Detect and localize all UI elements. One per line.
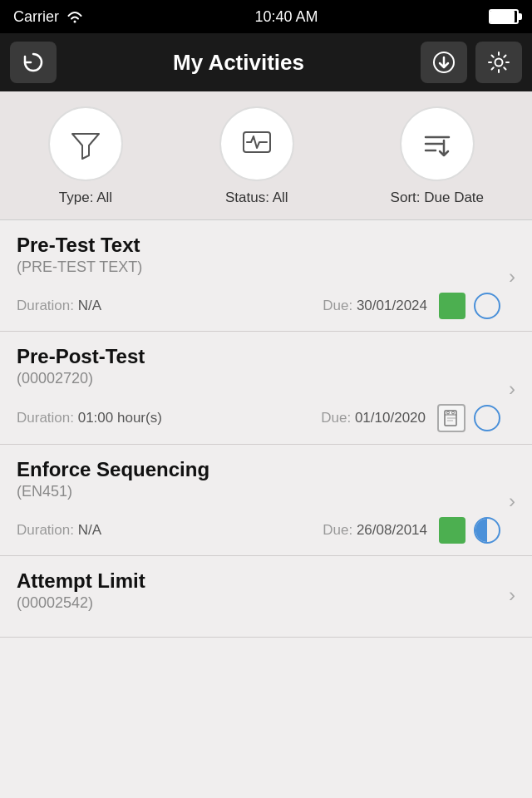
due-value: 01/10/2020 bbox=[355, 410, 426, 426]
download-button[interactable] bbox=[421, 42, 467, 83]
chevron-right-icon: › bbox=[500, 265, 515, 288]
activity-list: Pre-Test Text (PRE-TEST TEXT) Duration: … bbox=[0, 220, 532, 638]
duration-value: N/A bbox=[78, 522, 101, 539]
doc-status-icon bbox=[437, 404, 466, 432]
settings-button[interactable] bbox=[475, 42, 522, 83]
status-filter-label: Status: All bbox=[225, 190, 288, 206]
activity-item[interactable]: Pre-Post-Test (00002720) Duration: 01:00… bbox=[0, 332, 532, 445]
half-filled-circle-icon bbox=[474, 517, 500, 544]
battery-icon bbox=[489, 9, 519, 24]
refresh-icon bbox=[21, 50, 46, 75]
status-filter[interactable]: Status: All bbox=[219, 106, 294, 206]
due-value: 26/08/2014 bbox=[357, 522, 427, 539]
svg-point-1 bbox=[495, 59, 503, 66]
wifi-icon bbox=[66, 10, 84, 23]
green-status-icon bbox=[439, 517, 466, 544]
svg-point-4 bbox=[447, 411, 450, 414]
due-value: 30/01/2024 bbox=[357, 298, 427, 314]
duration-value: N/A bbox=[78, 298, 101, 314]
activity-code: (PRE-TEST TEXT) bbox=[17, 259, 500, 276]
refresh-button[interactable] bbox=[10, 42, 57, 83]
activity-name: Pre-Test Text bbox=[17, 234, 500, 257]
settings-icon bbox=[487, 51, 510, 74]
duration-label: Duration: bbox=[17, 410, 78, 426]
chevron-right-icon: › bbox=[500, 377, 515, 401]
sort-icon bbox=[419, 126, 456, 162]
activity-item[interactable]: Pre-Test Text (PRE-TEST TEXT) Duration: … bbox=[0, 220, 532, 332]
download-icon bbox=[432, 51, 456, 74]
monitor-icon bbox=[239, 126, 275, 162]
circle-status-icon bbox=[474, 293, 500, 319]
sort-filter[interactable]: Sort: Due Date bbox=[391, 106, 484, 206]
funnel-icon bbox=[67, 126, 104, 162]
due-label: Due: bbox=[323, 298, 357, 314]
due-label: Due: bbox=[323, 522, 357, 539]
activity-code: (00002720) bbox=[17, 370, 500, 387]
type-filter-icon bbox=[48, 106, 123, 181]
activity-code: (EN451) bbox=[17, 483, 500, 500]
sort-filter-label: Sort: Due Date bbox=[391, 190, 484, 206]
activity-meta: Duration: N/A Due: 26/08/2014 bbox=[17, 517, 500, 544]
carrier-label: Carrier bbox=[13, 8, 59, 26]
status-filter-icon bbox=[219, 106, 294, 181]
activity-item[interactable]: Enforce Sequencing (EN451) Duration: N/A… bbox=[0, 445, 532, 556]
status-bar-right bbox=[489, 9, 519, 24]
circle-status-icon bbox=[474, 405, 500, 431]
status-bar: Carrier 10:40 AM bbox=[0, 0, 532, 33]
type-filter[interactable]: Type: All bbox=[48, 106, 123, 206]
activity-name: Pre-Post-Test bbox=[17, 345, 500, 368]
activity-item[interactable]: Attempt Limit (00002542) › bbox=[0, 556, 532, 638]
activity-meta: Duration: 01:00 hour(s) Due: 01/10/2020 bbox=[17, 404, 500, 432]
page-title: My Activities bbox=[57, 50, 421, 76]
chevron-right-icon: › bbox=[500, 584, 515, 607]
app-header: My Activities bbox=[0, 33, 532, 91]
activity-meta: Duration: N/A Due: 30/01/2024 bbox=[17, 293, 500, 319]
duration-label: Duration: bbox=[17, 522, 78, 539]
duration-label: Duration: bbox=[17, 298, 78, 314]
header-actions bbox=[421, 42, 522, 83]
green-status-icon bbox=[439, 293, 466, 319]
sort-filter-icon bbox=[400, 106, 475, 181]
activity-name: Enforce Sequencing bbox=[17, 458, 500, 481]
filter-bar: Type: All Status: All Sort: Due Date bbox=[0, 91, 532, 220]
type-filter-label: Type: All bbox=[59, 190, 112, 206]
due-label: Due: bbox=[321, 410, 355, 426]
activity-name: Attempt Limit bbox=[17, 569, 500, 593]
svg-point-5 bbox=[452, 411, 455, 414]
status-bar-left: Carrier bbox=[13, 8, 84, 26]
chevron-right-icon: › bbox=[500, 490, 515, 513]
activity-code: (00002542) bbox=[17, 594, 500, 612]
status-time: 10:40 AM bbox=[254, 8, 318, 26]
duration-value: 01:00 hour(s) bbox=[78, 410, 162, 426]
